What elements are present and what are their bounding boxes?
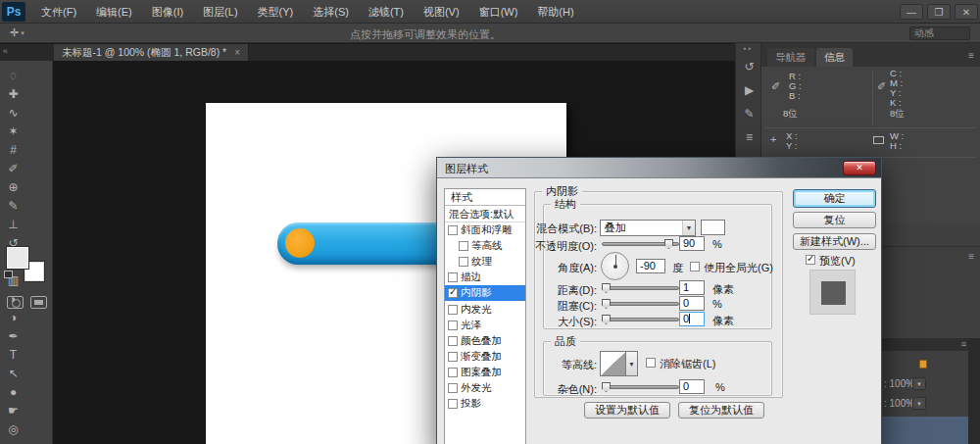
menu-item[interactable]: 选择(S) — [303, 0, 359, 24]
clone-source-panel-icon[interactable]: ≡ — [736, 125, 762, 149]
antialias-checkbox[interactable] — [646, 358, 656, 368]
menu-item[interactable]: 视图(V) — [414, 0, 469, 24]
style-checkbox[interactable] — [459, 257, 468, 267]
tab-navigator[interactable]: 导航器 — [767, 48, 814, 67]
screen-mode-icon[interactable] — [30, 296, 47, 309]
styles-list-item[interactable]: 图案叠加 — [445, 365, 525, 380]
panel-menu-icon[interactable]: ≡ — [968, 251, 974, 262]
dialog-title-bar[interactable]: 图层样式 ✕ — [437, 158, 881, 178]
lock-icon[interactable] — [919, 360, 927, 369]
dialog-close-button[interactable]: ✕ — [843, 161, 876, 175]
tool-clone-stamp-icon[interactable]: ⊥ — [0, 216, 26, 234]
tool-ellipse-shape-icon[interactable]: ● — [0, 383, 26, 402]
document-tab[interactable]: 未标题-1 @ 100% (椭圆 1, RGB/8) * × — [54, 44, 249, 61]
panel-menu-icon[interactable]: ≡ — [968, 50, 974, 61]
tool-preset-dropdown-icon[interactable]: ▾ — [21, 29, 24, 37]
styles-list-item[interactable]: 颜色叠加 — [445, 333, 525, 349]
menu-item[interactable]: 编辑(E) — [86, 0, 142, 24]
actions-panel-icon[interactable]: ▶ — [736, 78, 762, 102]
orange-circle-shape[interactable] — [285, 228, 315, 258]
tool-lasso-icon[interactable]: ∿ — [0, 104, 26, 123]
style-checkbox[interactable] — [448, 383, 458, 393]
menu-item[interactable]: 窗口(W) — [469, 0, 528, 24]
selected-layer-row[interactable] — [882, 417, 968, 444]
dock-grip[interactable]: ▪▪ — [736, 43, 760, 55]
tool-zoom-icon[interactable]: ◎ — [0, 420, 26, 439]
style-checkbox[interactable] — [448, 321, 458, 330]
opacity-input[interactable]: 90 — [679, 236, 705, 251]
contour-dropdown-icon[interactable]: ▼ — [626, 351, 638, 376]
style-checkbox[interactable] — [459, 241, 468, 251]
style-checkbox[interactable] — [448, 288, 458, 298]
styles-item-blending-options[interactable]: 混合选项:默认 — [445, 206, 525, 222]
fill-dropdown-icon[interactable]: ▾ — [912, 397, 926, 410]
tool-dodge-icon[interactable]: ◑ — [0, 309, 26, 327]
opacity-slider[interactable] — [602, 237, 679, 251]
default-colors-icon[interactable] — [4, 271, 13, 278]
tab-info[interactable]: 信息 — [816, 48, 853, 67]
style-checkbox[interactable] — [448, 399, 458, 409]
noise-input[interactable]: 0 — [679, 379, 705, 394]
tab-close-icon[interactable]: × — [234, 47, 240, 58]
foreground-color-swatch[interactable] — [7, 247, 28, 269]
tool-type-icon[interactable]: T — [0, 346, 26, 365]
size-slider[interactable] — [602, 313, 679, 326]
workspace-switcher[interactable]: 动感 — [909, 26, 970, 40]
history-panel-icon[interactable]: ↺ — [736, 55, 762, 78]
style-checkbox[interactable] — [448, 305, 458, 315]
menu-item[interactable]: 图像(I) — [142, 0, 193, 24]
blend-mode-select[interactable]: 叠加 ▼ — [600, 220, 696, 236]
contour-thumbnail[interactable] — [600, 351, 626, 376]
noise-slider[interactable] — [602, 380, 679, 394]
collapse-icon[interactable]: « — [3, 46, 8, 56]
size-input[interactable]: 0 — [679, 312, 705, 326]
choke-input[interactable]: 0 — [679, 296, 705, 311]
tool-spot-healing-icon[interactable]: ⊕ — [0, 178, 26, 197]
tool-eyedropper-icon[interactable]: ✐ — [0, 160, 26, 178]
preview-checkbox[interactable] — [806, 255, 815, 265]
menu-item[interactable]: 文件(F) — [31, 0, 86, 24]
style-checkbox[interactable] — [448, 368, 458, 377]
tool-brush-icon[interactable]: ✎ — [0, 197, 26, 216]
styles-list-item[interactable]: 投影 — [445, 396, 525, 412]
menu-item[interactable]: 滤镜(T) — [359, 0, 414, 24]
style-checkbox[interactable] — [448, 272, 458, 282]
tool-pen-icon[interactable]: ✒ — [0, 327, 26, 346]
close-button[interactable]: ✕ — [955, 4, 978, 20]
choke-slider[interactable] — [602, 297, 679, 311]
scrollbar[interactable] — [968, 338, 980, 444]
styles-list-item[interactable]: 渐变叠加 — [445, 349, 525, 365]
panel-menu-icon[interactable]: ≡ — [961, 339, 966, 349]
distance-input[interactable]: 1 — [679, 280, 705, 295]
restore-button[interactable]: ❐ — [927, 4, 951, 20]
opacity-dropdown-icon[interactable]: ▾ — [912, 377, 926, 390]
reset-default-button[interactable]: 复位为默认值 — [678, 402, 764, 419]
reset-button[interactable]: 复位 — [793, 212, 876, 228]
ok-button[interactable]: 确定 — [793, 189, 876, 208]
tool-elliptical-marquee-icon[interactable]: ◌ — [0, 67, 26, 85]
style-checkbox[interactable] — [448, 352, 458, 362]
brush-panel-icon[interactable]: ✎ — [736, 102, 762, 125]
menu-item[interactable]: 类型(Y) — [248, 0, 304, 24]
tool-move-icon[interactable]: ✚ — [0, 85, 26, 104]
tool-magic-wand-icon[interactable]: ✶ — [0, 123, 26, 141]
style-checkbox[interactable] — [448, 336, 458, 346]
move-tool-icon[interactable]: ✛ — [10, 26, 19, 39]
angle-input[interactable]: -90 — [636, 259, 665, 273]
shadow-color-swatch[interactable] — [701, 220, 725, 235]
angle-dial[interactable] — [601, 252, 629, 280]
info-bit-depth: 8位 — [890, 108, 905, 121]
style-checkbox[interactable] — [448, 225, 458, 235]
menu-item[interactable]: 帮助(H) — [527, 0, 583, 24]
new-style-button[interactable]: 新建样式(W)... — [793, 233, 876, 250]
tool-crop-icon[interactable]: # — [0, 141, 26, 160]
tool-path-selection-icon[interactable]: ↖ — [0, 365, 26, 383]
quick-mask-icon[interactable] — [7, 296, 24, 309]
opacity-unit: % — [712, 238, 722, 250]
distance-slider[interactable] — [602, 281, 679, 295]
tool-hand-icon[interactable]: ☛ — [0, 402, 26, 420]
global-light-checkbox[interactable] — [690, 262, 700, 271]
menu-item[interactable]: 图层(L) — [193, 0, 247, 24]
set-default-button[interactable]: 设置为默认值 — [584, 402, 670, 419]
minimize-button[interactable]: — — [900, 4, 923, 20]
